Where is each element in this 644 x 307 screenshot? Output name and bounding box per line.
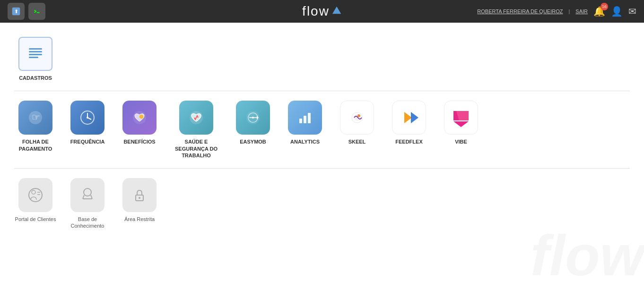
svg-rect-7 — [29, 54, 42, 55]
svg-rect-23 — [304, 116, 306, 123]
vibe-label: VIBE — [455, 138, 467, 145]
svg-line-14 — [87, 118, 91, 119]
frequencia-label: FREQUÊNCIA — [70, 138, 105, 145]
easymob-icon — [236, 101, 270, 135]
notification-count: 16 — [600, 3, 608, 10]
easymob-label: EASYMOB — [240, 138, 266, 145]
header-separator: | — [568, 9, 570, 14]
area-restrita-icon — [122, 178, 157, 212]
portal-section: Portal de Clientes Base de Conhecimento — [14, 173, 630, 234]
vibe-icon — [444, 101, 478, 135]
feedflex-icon — [392, 101, 426, 135]
svg-line-40 — [91, 195, 92, 199]
area-restrita-item[interactable]: Área Restrita — [118, 178, 161, 230]
skeel-icon — [340, 101, 374, 135]
notification-bell[interactable]: 🔔 16 — [593, 6, 605, 17]
logout-link[interactable]: SAIR — [575, 9, 588, 14]
portal-clientes-icon — [18, 178, 52, 212]
user-profile-icon[interactable]: 👤 — [611, 6, 623, 17]
frequencia-icon — [70, 101, 104, 135]
main-content: CADASTROS ☞ FOLHA DE PAGAMENTO — [0, 23, 644, 307]
svg-rect-5 — [29, 48, 42, 50]
svg-rect-2 — [33, 8, 41, 15]
svg-text:⬆: ⬆ — [14, 9, 18, 14]
svg-point-28 — [357, 114, 360, 117]
beneficios-item[interactable]: BENEFÍCIOS — [118, 101, 161, 159]
skeel-label: SKEEL — [348, 138, 366, 145]
analytics-icon — [288, 101, 322, 135]
portal-clientes-label: Portal de Clientes — [15, 216, 56, 222]
svg-text:☞: ☞ — [32, 112, 40, 122]
saude-icon — [179, 101, 213, 135]
svg-marker-4 — [332, 7, 341, 14]
svg-marker-29 — [404, 112, 412, 123]
easymob-item[interactable]: EASYMOB — [232, 101, 274, 159]
beneficios-label: BENEFÍCIOS — [123, 138, 155, 145]
area-restrita-label: Área Restrita — [124, 216, 155, 222]
svg-point-21 — [252, 117, 254, 119]
divider-2 — [14, 168, 630, 169]
header-logo: flow — [302, 4, 342, 19]
analytics-item[interactable]: ANALYTICS — [284, 101, 326, 159]
saude-item[interactable]: SAÚDE E SEGURANÇA DO TRABALHO — [170, 101, 222, 159]
portal-clientes-item[interactable]: Portal de Clientes — [14, 178, 57, 230]
divider-1 — [14, 91, 630, 91]
vibe-item[interactable]: VIBE — [440, 101, 482, 159]
beneficios-icon — [122, 101, 157, 135]
app-header: ⬆ flow ROBERTA FERREIRA DE QUEIROZ | SAI… — [0, 0, 644, 23]
mail-icon[interactable]: ✉ — [628, 6, 636, 17]
terminal-icon-button[interactable] — [28, 3, 45, 20]
saude-label: SAÚDE E SEGURANÇA DO TRABALHO — [170, 138, 222, 159]
apps-items: ☞ FOLHA DE PAGAMENTO FREQUÊNCIA — [14, 96, 630, 163]
svg-rect-24 — [308, 113, 311, 123]
folha-item[interactable]: ☞ FOLHA DE PAGAMENTO — [14, 101, 57, 159]
upload-icon-button[interactable]: ⬆ — [8, 3, 25, 20]
apps-section: ☞ FOLHA DE PAGAMENTO FREQUÊNCIA — [14, 96, 630, 163]
cadastros-label: CADASTROS — [19, 75, 52, 81]
cadastros-icon — [18, 37, 52, 71]
user-name[interactable]: ROBERTA FERREIRA DE QUEIROZ — [477, 9, 563, 14]
header-right: ROBERTA FERREIRA DE QUEIROZ | SAIR 🔔 16 … — [477, 6, 636, 17]
skeel-item[interactable]: SKEEL — [336, 101, 378, 159]
svg-point-38 — [84, 188, 91, 196]
base-conhecimento-label: Base de Conhecimento — [66, 216, 109, 230]
svg-point-35 — [32, 190, 35, 194]
portal-items: Portal de Clientes Base de Conhecimento — [14, 173, 630, 234]
svg-point-43 — [139, 197, 140, 199]
svg-rect-22 — [299, 119, 302, 123]
header-left: ⬆ — [8, 3, 45, 20]
cadastros-section: CADASTROS — [14, 32, 630, 86]
logo-text: flow — [302, 4, 330, 19]
cadastros-items: CADASTROS — [14, 32, 630, 86]
logo-icon — [331, 5, 342, 17]
svg-marker-33 — [453, 121, 469, 127]
folha-label: FOLHA DE PAGAMENTO — [14, 138, 57, 152]
svg-rect-8 — [29, 57, 38, 58]
base-conhecimento-item[interactable]: Base de Conhecimento — [66, 178, 109, 230]
base-conhecimento-icon — [70, 178, 104, 212]
analytics-label: ANALYTICS — [290, 138, 320, 145]
folha-icon: ☞ — [18, 101, 52, 135]
svg-marker-30 — [411, 112, 418, 123]
feedflex-item[interactable]: FEEDFLEX — [388, 101, 430, 159]
frequencia-item[interactable]: FREQUÊNCIA — [66, 101, 109, 159]
svg-point-16 — [139, 115, 143, 119]
feedflex-label: FEEDFLEX — [395, 138, 422, 145]
cadastros-item[interactable]: CADASTROS — [14, 37, 57, 81]
svg-rect-6 — [29, 51, 42, 52]
svg-line-39 — [83, 195, 84, 199]
